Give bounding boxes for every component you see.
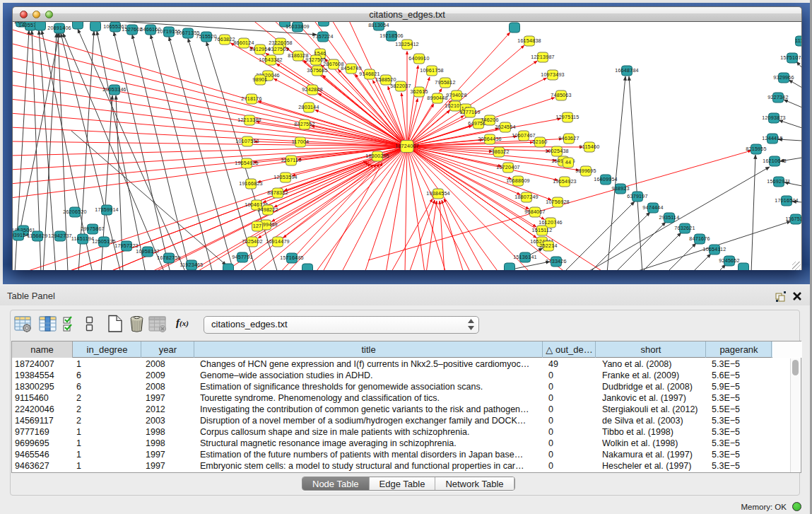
svg-text:9327503: 9327503 [268,46,288,52]
svg-text:17957223: 17957223 [114,243,139,249]
svg-text:2935114: 2935114 [659,214,680,221]
svg-text:19654925: 19654925 [235,160,259,166]
svg-text:15751074: 15751074 [780,54,802,61]
svg-text:20053346: 20053346 [102,86,126,93]
svg-text:18724007: 18724007 [395,143,419,149]
svg-text:252214: 252214 [539,243,557,249]
svg-text:12213389: 12213389 [237,117,261,123]
svg-text:29975867: 29975867 [81,226,105,232]
svg-text:16648784: 16648784 [615,67,639,74]
svg-text:9777169: 9777169 [459,109,480,115]
svg-text:12505135: 12505135 [92,238,116,245]
svg-text:10025438: 10025438 [545,148,569,154]
svg-text:44: 44 [565,159,571,165]
svg-text:9457791: 9457791 [232,254,252,260]
svg-text:8427552: 8427552 [294,121,314,127]
svg-text:18807249: 18807249 [514,194,539,200]
svg-text:2803144: 2803144 [298,104,319,110]
svg-text:7357224: 7357224 [312,33,333,40]
svg-text:1244415: 1244415 [762,135,782,141]
svg-text:15716485: 15716485 [280,255,304,261]
svg-text:17359914: 17359914 [95,206,119,213]
svg-text:127: 127 [253,223,262,229]
svg-text:1156829: 1156829 [28,233,48,239]
svg-text:5822037: 5822037 [390,83,411,89]
svg-text:12093873: 12093873 [762,115,786,121]
svg-text:12975115: 12975115 [555,114,579,120]
svg-text:16033809: 16033809 [286,23,310,30]
svg-text:10958107: 10958107 [136,248,160,255]
svg-text:117004: 117004 [292,139,310,145]
svg-text:8454749: 8454749 [341,65,361,71]
svg-text:20891406: 20891406 [47,25,71,31]
svg-text:18300295: 18300295 [365,153,389,159]
svg-text:8660124: 8660124 [233,40,254,46]
svg-text:19218506: 19218506 [379,33,404,39]
svg-text:10961758: 10961758 [420,67,444,74]
svg-text:26206520: 26206520 [63,209,87,215]
svg-text:62160: 62160 [533,139,548,145]
svg-text:3624554: 3624554 [495,124,515,130]
svg-text:6409910: 6409910 [408,55,429,62]
svg-text:9899695: 9899695 [575,168,596,174]
svg-text:1733426: 1733426 [546,258,566,264]
svg-text:12942737: 12942737 [48,233,72,239]
svg-text:11923465: 11923465 [180,262,203,268]
svg-text:7625402: 7625402 [242,238,262,245]
svg-text:2718176: 2718176 [241,95,261,102]
svg-text:3675685: 3675685 [307,67,327,74]
svg-text:16154838: 16154838 [517,37,541,44]
svg-text:15692971: 15692971 [767,178,791,185]
svg-text:12353594: 12353594 [273,174,298,180]
svg-text:8813054: 8813054 [368,22,389,28]
svg-text:19166823: 19166823 [239,180,263,187]
svg-text:8878332: 8878332 [267,189,288,196]
svg-text:10107553: 10107553 [235,138,259,144]
svg-text:3498222: 3498222 [257,206,278,213]
svg-text:16914479: 16914479 [266,238,290,245]
svg-text:8215955: 8215955 [746,146,766,152]
svg-text:8990448: 8990448 [427,95,447,101]
svg-text:2087682: 2087682 [504,22,524,23]
svg-text:16120746: 16120746 [539,219,563,226]
svg-text:10973493: 10973493 [541,71,565,78]
svg-text:6379197: 6379197 [627,193,647,199]
svg-text:9794028: 9794028 [446,92,466,98]
svg-text:8471676: 8471676 [689,235,710,242]
svg-text:7515520: 7515520 [196,33,216,40]
svg-text:7955812: 7955812 [435,79,455,86]
svg-text:16782759: 16782759 [157,255,181,261]
svg-text:19654923: 19654923 [553,178,577,185]
svg-text:10607467: 10607467 [512,132,536,139]
svg-text:20364436: 20364436 [478,136,502,142]
svg-text:9329966: 9329966 [773,74,794,81]
svg-text:9115460: 9115460 [579,144,600,150]
svg-text:17016504: 17016504 [775,197,799,204]
svg-text:9245652: 9245652 [719,257,739,264]
svg-text:11451194: 11451194 [71,235,95,242]
svg-text:16210643: 16210643 [763,158,787,164]
svg-text:3267110: 3267110 [281,157,302,163]
svg-text:9242848: 9242848 [302,86,322,93]
svg-text:16409954: 16409954 [594,176,618,182]
svg-text:7485063: 7485063 [551,92,571,98]
svg-text:8912954: 8912954 [249,46,270,52]
svg-text:19384554: 19384554 [426,190,450,197]
svg-text:9463627: 9463627 [558,135,579,141]
svg-text:10543382: 10543382 [259,57,283,63]
svg-text:12213987: 12213987 [531,54,555,60]
svg-text:7632621: 7632621 [674,225,695,231]
svg-text:9227342: 9227342 [767,94,788,100]
svg-text:15720407: 15720407 [496,164,520,170]
svg-text:13325412: 13325412 [395,41,419,47]
svg-text:1527602: 1527602 [122,26,142,33]
svg-text:1167531: 1167531 [786,216,802,222]
svg-text:362615: 362615 [410,88,428,95]
svg-text:9474444: 9474444 [642,204,663,211]
svg-text:1112: 1112 [795,37,802,44]
svg-text:938923: 938923 [611,185,629,192]
svg-text:7986322: 7986322 [488,148,509,155]
svg-text:7663822: 7663822 [214,36,235,42]
svg-text:10756928: 10756928 [546,199,570,205]
svg-text:1588520: 1588520 [375,76,396,83]
